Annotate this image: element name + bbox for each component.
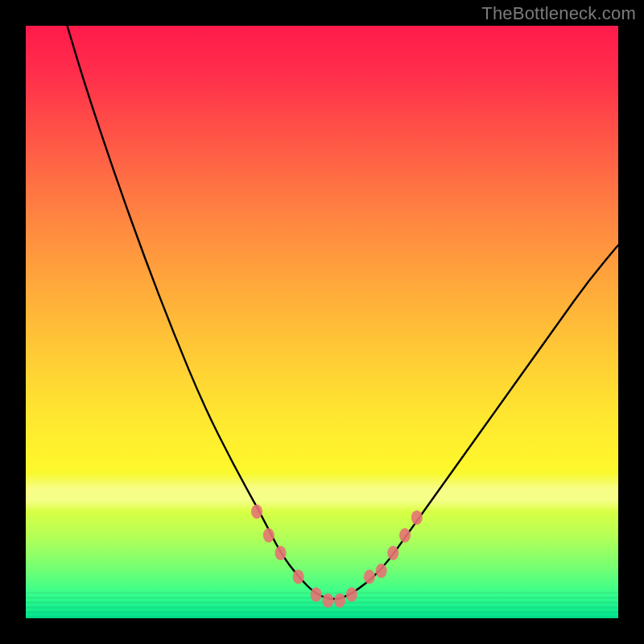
bottleneck-curve (26, 26, 618, 618)
curve-marker (275, 546, 287, 560)
curve-marker (364, 570, 375, 584)
curve-marker (387, 546, 398, 560)
curve-marker (311, 588, 322, 602)
curve-marker (334, 593, 345, 608)
watermark-text: TheBottleneck.com (481, 3, 636, 24)
curve-marker (376, 564, 387, 578)
plot-area (26, 26, 618, 618)
curve-markers (251, 505, 423, 608)
curve-marker (251, 505, 262, 519)
curve-marker (293, 570, 304, 584)
curve-marker (411, 510, 423, 525)
curve-marker (322, 593, 333, 608)
curve-marker (346, 588, 357, 602)
curve-marker (263, 528, 275, 543)
curve-marker (399, 528, 411, 543)
